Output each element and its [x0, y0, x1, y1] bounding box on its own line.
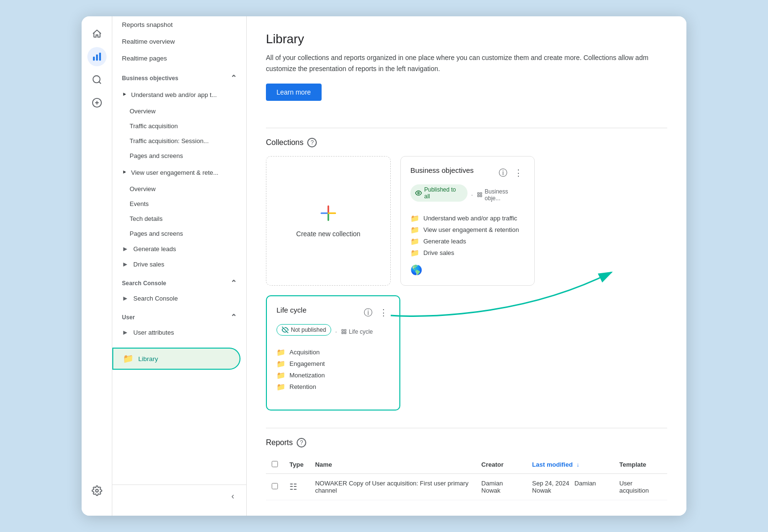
sidebar-sub-pages-screens-2[interactable]: Pages and screens — [112, 226, 246, 241]
card-header-lifecycle: Life cycle ⓘ ⋮ — [276, 306, 390, 319]
folder-icon-lc-2: 📁 — [276, 371, 286, 380]
sidebar-sub-events[interactable]: Events — [112, 196, 246, 211]
create-collection-card[interactable]: Create new collection — [266, 156, 391, 286]
sidebar-sub-overview-2[interactable]: Overview — [112, 181, 246, 196]
divider-2 — [266, 428, 667, 428]
th-name: Name — [309, 456, 475, 474]
reports-table: Type Name Creator Last modified ↓ — [266, 456, 667, 500]
status-badge-not-published: Not published — [276, 324, 331, 336]
reports-snapshot-label: Reports snapshot — [122, 21, 173, 28]
section-search-console[interactable]: Search Console ⌃ — [112, 272, 246, 290]
more-button-business[interactable]: ⋮ — [512, 167, 525, 179]
sidebar-item-reports-snapshot[interactable]: Reports snapshot — [112, 16, 246, 33]
svg-rect-2 — [99, 53, 101, 61]
card-meta-lifecycle: Life cycle — [341, 328, 373, 335]
row-checkbox — [266, 473, 284, 500]
row-creator: Damian Nowak — [476, 473, 527, 500]
card-item-1: 📁 View user engagement & retention — [410, 226, 525, 234]
row-template: User acquisition — [613, 473, 667, 500]
collection-card-business-objectives: Business objectives ⓘ ⋮ Published to all… — [400, 156, 535, 286]
home-icon[interactable] — [87, 24, 107, 43]
folder-icon-0: 📁 — [410, 214, 420, 223]
arrow-right-icon: ► — [122, 245, 129, 253]
arrow-right-icon-4: ► — [122, 328, 129, 336]
plus-icon — [319, 204, 338, 224]
bullet-icon: ‣ — [122, 89, 127, 100]
th-checkbox — [266, 456, 284, 474]
collections-section: Collections ? Create new collection — [266, 138, 667, 411]
card-dot-separator-2: · — [335, 328, 336, 335]
sidebar-item-search-console[interactable]: ► Search Console — [112, 290, 246, 306]
status-badge-published: Published to all — [410, 184, 468, 202]
sidebar-item-realtime-overview[interactable]: Realtime overview — [112, 33, 246, 50]
sidebar-sub-pages-screens-1[interactable]: Pages and screens — [112, 148, 246, 163]
learn-more-button[interactable]: Learn more — [266, 84, 322, 101]
card-item-2: 📁 Generate leads — [410, 237, 525, 246]
reports-icon[interactable] — [87, 47, 107, 66]
sidebar-sub-tech-details[interactable]: Tech details — [112, 211, 246, 226]
svg-point-3 — [93, 76, 100, 83]
sidebar-item-generate-leads[interactable]: ► Generate leads — [112, 241, 246, 256]
th-last-modified[interactable]: Last modified ↓ — [527, 456, 614, 474]
library-label: Library — [138, 355, 158, 363]
sidebar-item-library[interactable]: 📁 Library — [112, 348, 240, 370]
sidebar-item-user-attributes[interactable]: ► User attributes — [112, 325, 246, 340]
page-description: All of your collections and reports orga… — [266, 52, 660, 74]
more-button-lifecycle[interactable]: ⋮ — [377, 306, 390, 319]
folder-icon-lc-0: 📁 — [276, 348, 286, 357]
card-item-0: 📁 Understand web and/or app traffic — [410, 214, 525, 223]
th-template: Template — [613, 456, 667, 474]
card-header-business: Business objectives ⓘ ⋮ — [410, 166, 525, 180]
advertising-icon[interactable] — [87, 93, 107, 112]
row-checkbox-input[interactable] — [272, 483, 278, 489]
sort-down-icon: ↓ — [576, 461, 579, 468]
svg-point-4 — [96, 489, 98, 492]
card-dot-separator: · — [471, 192, 473, 198]
page-title: Library — [266, 32, 667, 47]
section-user[interactable]: User ⌃ — [112, 306, 246, 325]
table-row: ☷ NOWAKER Copy of User acquisition: Firs… — [266, 473, 667, 500]
collections-heading: Collections ? — [266, 138, 667, 147]
globe-icon: 🌎 — [410, 264, 422, 276]
section-search-console-label: Search Console — [122, 280, 166, 287]
explore-icon[interactable] — [87, 70, 107, 89]
sidebar-sub-overview-1[interactable]: Overview — [112, 104, 246, 119]
svg-rect-0 — [93, 57, 95, 60]
chevron-up-icon-3: ⌃ — [230, 313, 237, 322]
reports-heading: Reports ? — [266, 438, 667, 447]
folder-icon-1: 📁 — [410, 226, 420, 234]
reports-help-icon[interactable]: ? — [297, 438, 306, 447]
folder-icon-3: 📁 — [410, 249, 420, 257]
nav-sidebar: Reports snapshot Realtime overview Realt… — [112, 16, 247, 516]
sidebar-item-realtime-pages[interactable]: Realtime pages — [112, 50, 246, 67]
section-label: Business objectives — [122, 75, 179, 82]
lifecycle-item-1: 📁 Engagement — [276, 360, 390, 368]
card-items-lifecycle: 📁 Acquisition 📁 Engagement 📁 Monetizatio… — [276, 348, 390, 391]
sidebar-sub-traffic-acquisition-session[interactable]: Traffic acquisition: Session... — [112, 133, 246, 148]
collapse-sidebar-button[interactable]: ‹ — [225, 489, 240, 504]
sidebar-item-understand-web[interactable]: ‣ Understand web and/or app t... — [112, 85, 246, 104]
section-business-objectives[interactable]: Business objectives ⌃ — [112, 67, 246, 85]
sidebar-item-view-user-engagement[interactable]: ‣ View user engagement & rete... — [112, 163, 246, 181]
collections-grid: Create new collection Business objective… — [266, 156, 667, 411]
bullet-icon-2: ‣ — [122, 167, 127, 178]
sidebar-bottom: ‹ — [112, 484, 246, 508]
lifecycle-item-2: 📁 Monetization — [276, 371, 390, 380]
collections-help-icon[interactable]: ? — [307, 138, 317, 147]
table-header-row: Type Name Creator Last modified ↓ — [266, 456, 667, 474]
card-title-business: Business objectives — [410, 166, 474, 174]
main-content: Library All of your collections and repo… — [247, 16, 686, 516]
section-user-label: User — [122, 314, 135, 321]
card-actions-business: ⓘ ⋮ — [497, 166, 525, 180]
settings-icon[interactable] — [87, 481, 107, 500]
sidebar-item-drive-sales[interactable]: ► Drive sales — [112, 256, 246, 272]
table-type-icon: ☷ — [289, 482, 297, 492]
library-folder-icon: 📁 — [123, 353, 133, 364]
arrow-right-icon-3: ► — [122, 294, 129, 302]
th-type: Type — [284, 456, 309, 474]
reports-section: Reports ? Type Name — [266, 438, 667, 500]
sidebar-sub-traffic-acquisition[interactable]: Traffic acquisition — [112, 119, 246, 133]
select-all-checkbox[interactable] — [272, 461, 278, 467]
info-button-lifecycle[interactable]: ⓘ — [362, 306, 374, 319]
info-button-business[interactable]: ⓘ — [497, 166, 509, 180]
